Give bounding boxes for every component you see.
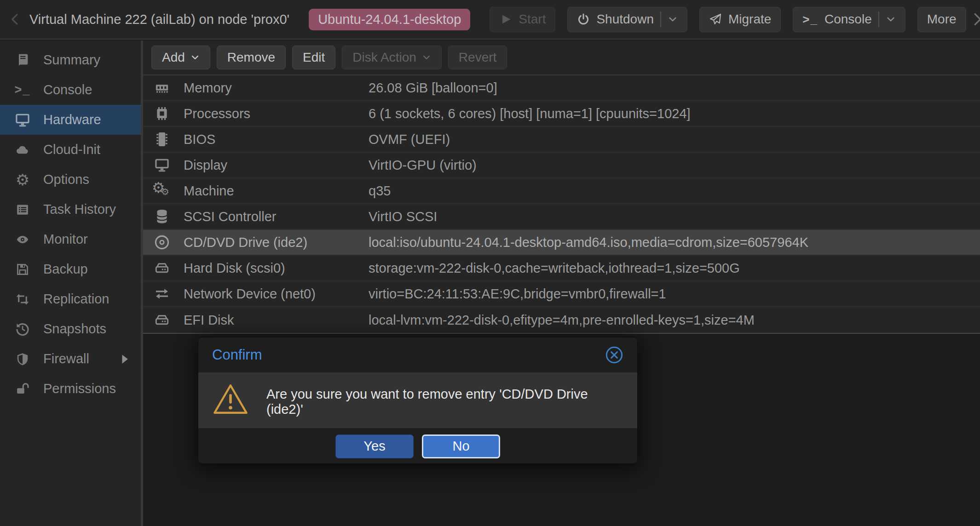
chevron-right-icon[interactable] (970, 11, 980, 27)
dialog-title: Confirm (212, 347, 262, 363)
table-row-memory[interactable]: Memory 26.08 GiB [balloon=0] (143, 75, 980, 101)
add-button[interactable]: Add (151, 46, 210, 69)
table-row-scsi-controller[interactable]: SCSI Controller VirtIO SCSI (143, 204, 980, 230)
warning-icon (212, 383, 249, 415)
page-title: Virtual Machine 222 (ailLab) on node 'pr… (29, 12, 289, 27)
sidebar-item-label: Task History (43, 202, 116, 217)
chevron-down-icon[interactable] (886, 14, 896, 24)
sidebar-item-label: Cloud-Init (43, 142, 100, 157)
hardware-table: Memory 26.08 GiB [balloon=0] Processors … (143, 75, 980, 334)
edit-label: Edit (303, 50, 325, 65)
start-button[interactable]: Start (490, 7, 555, 32)
hdd-icon (152, 259, 172, 277)
sidebar-item-cloud-init[interactable]: Cloud-Init (0, 135, 141, 165)
sidebar-item-console[interactable]: >_ Console (0, 75, 141, 105)
cloud-icon (14, 142, 31, 158)
row-value: VirtIO-GPU (virtio) (369, 158, 980, 173)
revert-button[interactable]: Revert (448, 46, 507, 69)
sidebar-item-label: Monitor (43, 232, 88, 247)
terminal-icon: >_ (14, 82, 31, 98)
row-label: Processors (184, 106, 369, 121)
row-value: q35 (369, 183, 980, 199)
row-value: OVMF (UEFI) (369, 132, 980, 147)
chevron-down-icon[interactable] (668, 14, 678, 24)
sidebar-item-label: Options (43, 172, 89, 187)
sidebar-item-monitor[interactable]: Monitor (0, 224, 141, 254)
remove-button[interactable]: Remove (217, 46, 286, 69)
row-label: BIOS (184, 132, 369, 147)
sidebar-item-label: Snapshots (43, 321, 106, 337)
row-value: VirtIO SCSI (369, 209, 980, 224)
top-header-bar: Virtual Machine 222 (ailLab) on node 'pr… (0, 0, 980, 40)
disk-action-button[interactable]: Disk Action (342, 46, 442, 69)
table-row-efi-disk[interactable]: EFI Disk local-lvm:vm-222-disk-0,efitype… (143, 307, 980, 333)
hdd-icon (152, 311, 172, 329)
sidebar-item-label: Console (43, 82, 92, 97)
gear-icon: ⚙ (14, 172, 31, 188)
sidebar-item-permissions[interactable]: Permissions (0, 374, 141, 404)
disk-action-label: Disk Action (352, 50, 416, 65)
confirm-dialog-footer: Yes No (198, 428, 637, 464)
row-label: Display (184, 158, 369, 173)
sidebar-item-replication[interactable]: Replication (0, 284, 141, 314)
row-value: virtio=BC:24:11:53:AE:9C,bridge=vmbr0,fi… (369, 286, 980, 302)
confirm-dialog: Confirm Are you sure you want to remove … (198, 337, 638, 464)
row-label: Memory (184, 80, 369, 96)
sidebar-item-label: Firewall (43, 351, 89, 366)
book-icon (14, 52, 31, 69)
table-row-display[interactable]: Display VirtIO-GPU (virtio) (143, 153, 980, 178)
more-label: More (927, 12, 957, 27)
table-row-hard-disk[interactable]: Hard Disk (scsi0) storage:vm-222-disk-0,… (143, 256, 980, 281)
row-label: SCSI Controller (184, 209, 369, 224)
database-icon (152, 208, 172, 225)
yes-button[interactable]: Yes (335, 435, 414, 458)
migrate-button[interactable]: Migrate (699, 7, 781, 32)
chevron-down-icon (190, 53, 200, 62)
row-value: local-lvm:vm-222-disk-0,efitype=4m,pre-e… (369, 313, 980, 328)
no-button[interactable]: No (422, 435, 500, 458)
floppy-icon (14, 261, 31, 278)
table-row-cddvd-drive[interactable]: CD/DVD Drive (ide2) local:iso/ubuntu-24.… (143, 230, 980, 256)
table-row-bios[interactable]: BIOS OVMF (UEFI) (143, 127, 980, 153)
close-icon[interactable] (605, 346, 623, 364)
shield-icon (14, 351, 31, 367)
sidebar-item-snapshots[interactable]: Snapshots (0, 314, 141, 344)
shutdown-label: Shutdown (596, 12, 654, 27)
memory-icon (152, 79, 172, 97)
retweet-icon (14, 291, 31, 308)
sidebar-item-label: Backup (43, 262, 88, 277)
sidebar-item-options[interactable]: ⚙ Options (0, 165, 141, 194)
console-label: Console (824, 12, 872, 27)
cd-icon (152, 234, 172, 251)
start-label: Start (519, 12, 546, 27)
sidebar-item-summary[interactable]: Summary (0, 45, 141, 75)
confirm-dialog-body: Are you sure you want to remove entry 'C… (198, 372, 637, 428)
confirm-dialog-header[interactable]: Confirm (198, 337, 637, 372)
remove-label: Remove (227, 50, 275, 65)
dialog-message: Are you sure you want to remove entry 'C… (266, 387, 623, 417)
exchange-icon (152, 285, 172, 303)
row-label: EFI Disk (184, 313, 369, 328)
sidebar: Summary >_ Console Hardware Cloud-Init ⚙… (0, 40, 141, 526)
shutdown-button[interactable]: Shutdown (567, 7, 687, 32)
display-icon (152, 156, 172, 174)
unlock-icon (14, 381, 31, 397)
table-row-processors[interactable]: Processors 6 (1 sockets, 6 cores) [host]… (143, 101, 980, 127)
edit-button[interactable]: Edit (292, 46, 335, 69)
table-row-network-device[interactable]: Network Device (net0) virtio=BC:24:11:53… (143, 281, 980, 307)
terminal-icon: >_ (802, 12, 818, 27)
sidebar-item-task-history[interactable]: Task History (0, 194, 141, 224)
table-row-machine[interactable]: ⚙⚙ Machine q35 (143, 178, 980, 204)
chevron-left-icon[interactable] (8, 12, 22, 26)
more-button[interactable]: More (917, 7, 966, 32)
row-value: 26.08 GiB [balloon=0] (369, 80, 980, 96)
eye-icon (14, 231, 31, 248)
list-icon (14, 201, 31, 218)
sidebar-item-backup[interactable]: Backup (0, 254, 141, 284)
sidebar-item-hardware[interactable]: Hardware (0, 105, 141, 135)
row-label: CD/DVD Drive (ide2) (184, 235, 369, 250)
row-value: local:iso/ubuntu-24.04.1-desktop-amd64.i… (369, 235, 980, 250)
sidebar-item-firewall[interactable]: Firewall (0, 344, 141, 374)
sidebar-item-label: Hardware (43, 112, 101, 127)
console-button[interactable]: >_ Console (793, 7, 905, 32)
